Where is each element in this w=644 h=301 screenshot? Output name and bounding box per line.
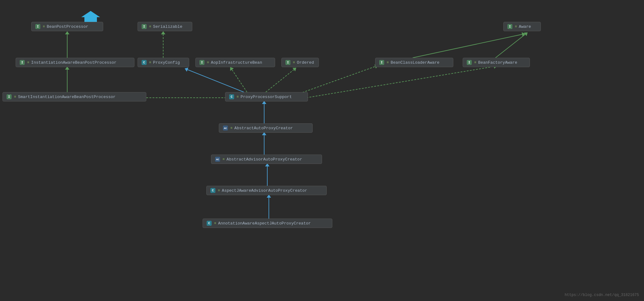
diagram-container: I ≡ BeanPostProcessor I ≡ Serializable I… — [0, 0, 644, 301]
icon-bars: ≡ — [387, 61, 389, 64]
node-serializable: I ≡ Serializable — [138, 22, 192, 31]
node-label-proxy-config: ProxyConfig — [153, 60, 180, 65]
badge-i: I — [467, 60, 472, 65]
icon-bars: ≡ — [230, 126, 233, 130]
node-label-bean-post-processor: BeanPostProcessor — [47, 24, 88, 29]
icon-bars: ≡ — [293, 61, 295, 64]
node-aop-infrastructure-bean: I ≡ AopInfrastructureBean — [195, 58, 275, 67]
badge-i: I — [507, 24, 512, 29]
node-label-ordered: Ordered — [297, 60, 314, 65]
node-label-bean-factory-aware: BeanFactoryAware — [478, 60, 517, 65]
node-label-serializable: Serializable — [153, 24, 183, 29]
node-annotation-aware-aspect-j-auto-proxy-creator: C ≡ AnnotationAwareAspectJAutoProxyCreat… — [203, 219, 332, 228]
node-aware: I ≡ Aware — [503, 22, 541, 31]
node-label-aspect-j-aware-advisor: AspectJAwareAdvisorAutoProxyCreator — [222, 188, 307, 193]
icon-bars: ≡ — [218, 189, 220, 192]
icon-bars: ≡ — [43, 25, 45, 28]
svg-line-6 — [188, 70, 244, 92]
node-aspect-j-aware-advisor-auto-proxy-creator: C ≡ AspectJAwareAdvisorAutoProxyCreator — [206, 186, 327, 195]
node-instantiation-aware-bean-post-processor: I ≡ InstantiationAwareBeanPostProcessor — [16, 58, 134, 67]
node-label-annotation-aware-aspect-j: AnnotationAwareAspectJAutoProxyCreator — [218, 221, 311, 226]
badge-ac: AC — [223, 126, 228, 131]
icon-bars: ≡ — [149, 61, 151, 64]
icon-bars: ≡ — [27, 61, 29, 64]
watermark: https://blog.csdn.net/qq_31821675 — [565, 293, 639, 297]
icon-bars: ≡ — [214, 221, 216, 225]
badge-i: I — [20, 60, 25, 65]
svg-line-8 — [266, 70, 294, 92]
node-proxy-processor-support: C ≡ ProxyProcessorSupport — [225, 92, 308, 101]
svg-marker-18 — [81, 11, 100, 23]
arrows-svg — [0, 0, 644, 301]
badge-i: I — [199, 60, 204, 65]
node-bean-class-loader-aware: I ≡ BeanClassLoaderAware — [375, 58, 453, 67]
badge-c: C — [229, 94, 234, 99]
node-smart-instantiation-aware-bean-post-processor: I ≡ SmartInstantiationAwareBeanPostProce… — [3, 92, 146, 101]
badge-ac: AC — [215, 157, 220, 162]
badge-c: C — [210, 188, 215, 193]
node-abstract-advisor-auto-proxy-creator: AC ≡ AbstractAdvisorAutoProxyCreator — [211, 155, 322, 164]
icon-bars: ≡ — [515, 25, 517, 28]
badge-i: I — [285, 60, 290, 65]
icon-bars: ≡ — [14, 95, 16, 99]
node-label-proxy-processor-support: ProxyProcessorSupport — [241, 95, 292, 99]
badge-c: C — [142, 60, 147, 65]
node-abstract-auto-proxy-creator: AC ≡ AbstractAutoProxyCreator — [219, 123, 313, 133]
badge-i: I — [142, 24, 147, 29]
icon-bars: ≡ — [149, 25, 151, 28]
node-label-abstract-auto-proxy-creator: AbstractAutoProxyCreator — [234, 126, 293, 131]
svg-line-13 — [306, 67, 494, 98]
node-ordered: I ≡ Ordered — [281, 58, 319, 67]
icon-bars: ≡ — [237, 95, 239, 99]
badge-c: C — [207, 221, 212, 226]
icon-bars: ≡ — [474, 61, 476, 64]
svg-line-11 — [496, 34, 525, 58]
badge-i: I — [379, 60, 384, 65]
node-label-smart-instantiation: SmartInstantiationAwareBeanPostProcessor — [18, 95, 116, 99]
badge-i: I — [35, 24, 40, 29]
icon-bars: ≡ — [207, 61, 209, 64]
node-label-instantiation-aware: InstantiationAwareBeanPostProcessor — [31, 60, 117, 65]
node-label-aop-infrastructure-bean: AopInfrastructureBean — [211, 60, 262, 65]
node-bean-post-processor: I ≡ BeanPostProcessor — [31, 22, 103, 31]
node-bean-factory-aware: I ≡ BeanFactoryAware — [463, 58, 530, 67]
svg-line-7 — [232, 70, 247, 92]
node-proxy-config: C ≡ ProxyConfig — [138, 58, 189, 67]
icon-bars: ≡ — [223, 157, 225, 161]
node-label-bean-class-loader-aware: BeanClassLoaderAware — [391, 60, 440, 65]
badge-i: I — [7, 94, 12, 99]
node-label-abstract-advisor-auto-proxy-creator: AbstractAdvisorAutoProxyCreator — [227, 157, 302, 162]
node-label-aware: Aware — [519, 24, 531, 29]
svg-line-10 — [413, 34, 522, 58]
